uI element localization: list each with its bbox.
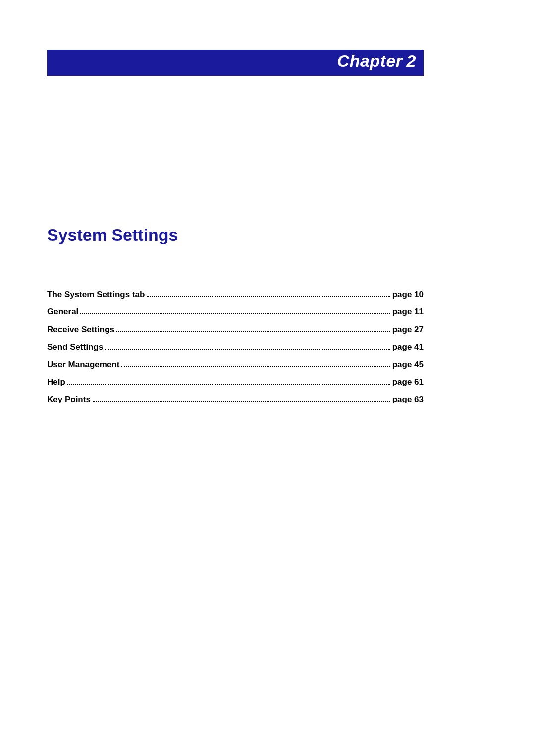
toc-row[interactable]: Help page 61 [47, 377, 424, 387]
toc-label: General [47, 307, 78, 317]
toc-row[interactable]: User Management page 45 [47, 360, 424, 370]
toc-row[interactable]: General page 11 [47, 307, 424, 317]
toc-page: page 10 [392, 290, 424, 300]
toc-page: page 41 [392, 342, 424, 352]
chapter-number: 2 [407, 51, 416, 71]
chapter-label: Chapter [337, 51, 403, 71]
toc-dots [147, 291, 390, 297]
toc-dots [116, 326, 390, 332]
toc-dots [67, 379, 390, 385]
toc-row[interactable]: Key Points page 63 [47, 395, 424, 404]
toc-label: Help [47, 377, 65, 387]
toc-page: page 63 [392, 395, 424, 404]
toc-dots [121, 361, 390, 367]
toc-page: page 27 [392, 325, 424, 335]
table-of-contents: The System Settings tab page 10 General … [47, 290, 424, 412]
toc-row[interactable]: Receive Settings page 27 [47, 325, 424, 335]
toc-label: The System Settings tab [47, 290, 145, 300]
toc-dots [93, 396, 390, 402]
toc-label: Receive Settings [47, 325, 114, 335]
toc-row[interactable]: Send Settings page 41 [47, 342, 424, 352]
toc-row[interactable]: The System Settings tab page 10 [47, 290, 424, 300]
toc-page: page 45 [392, 360, 424, 370]
toc-page: page 11 [392, 307, 424, 317]
toc-page: page 61 [392, 377, 424, 387]
toc-label: Send Settings [47, 342, 103, 352]
chapter-banner: Chapter 2 [47, 50, 424, 74]
toc-dots [105, 344, 390, 350]
page-title: System Settings [47, 225, 178, 245]
toc-dots [80, 308, 390, 314]
toc-label: Key Points [47, 395, 91, 404]
toc-label: User Management [47, 360, 119, 370]
